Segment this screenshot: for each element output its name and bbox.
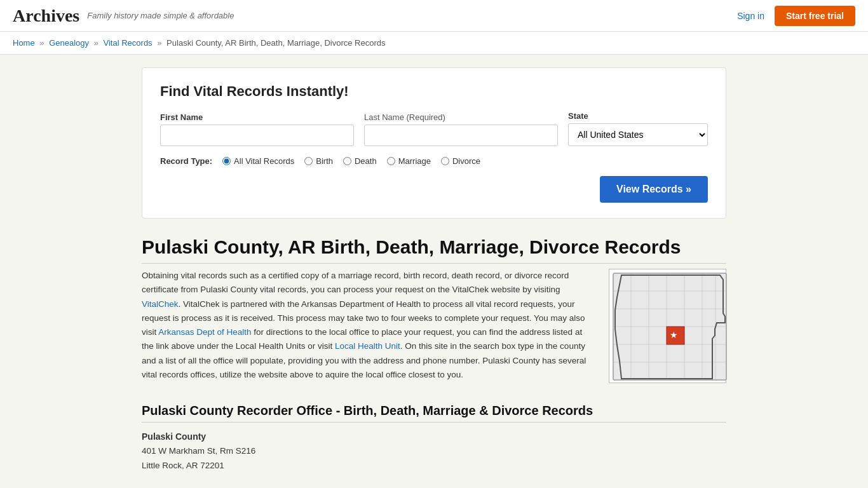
last-name-input[interactable] [364,125,558,146]
first-name-group: First Name [160,112,354,146]
county-name: Pulaski County [142,431,726,442]
county-entry: Pulaski County 401 W Markham St, Rm S216… [142,431,726,473]
search-title: Find Vital Records Instantly! [160,83,708,100]
address-line1: 401 W Markham St, Rm S216 [142,446,255,456]
start-trial-button[interactable]: Start free trial [775,6,855,26]
fields-row: First Name Last Name (Required) State Al… [160,111,708,146]
page-title: Pulaski County, AR Birth, Death, Marriag… [142,236,726,264]
first-name-label: First Name [160,112,354,122]
state-group: State All United States [568,111,708,146]
content-paragraph: Obtaining vital records such as a certif… [142,269,593,382]
breadcrumb-vital-records[interactable]: Vital Records [104,38,153,48]
brand-tagline: Family history made simple & affordable [87,11,234,20]
radio-all-vital[interactable]: All Vital Records [222,156,294,166]
county-address: 401 W Markham St, Rm S216 Little Rock, A… [142,444,726,473]
radio-birth[interactable]: Birth [304,156,333,166]
recorder-title: Pulaski County Recorder Office - Birth, … [142,403,726,423]
header-right: Sign in Start free trial [737,6,855,26]
record-type-label: Record Type: [160,156,212,166]
record-type-row: Record Type: All Vital Records Birth Dea… [160,156,708,166]
main-content: Find Vital Records Instantly! First Name… [129,67,739,473]
svg-text:★: ★ [670,330,678,340]
view-records-button[interactable]: View Records » [600,176,708,203]
arkansas-map: ★ [609,269,726,383]
content-text: Obtaining vital records such as a certif… [142,269,593,383]
map-svg: ★ [612,272,729,383]
sign-in-link[interactable]: Sign in [737,11,764,21]
breadcrumb-home[interactable]: Home [13,38,35,48]
breadcrumb: Home » Genealogy » Vital Records » Pulas… [0,32,868,55]
last-name-label: Last Name (Required) [364,112,558,122]
last-name-group: Last Name (Required) [364,112,558,146]
breadcrumb-sep-1: » [39,38,44,48]
breadcrumb-sep-3: » [157,38,161,48]
breadcrumb-sep-2: » [94,38,98,48]
radio-death[interactable]: Death [343,156,377,166]
map-container: ★ [609,269,726,383]
breadcrumb-current: Pulaski County, AR Birth, Death, Marriag… [166,38,385,48]
site-header: Archives Family history made simple & af… [0,0,868,32]
search-box: Find Vital Records Instantly! First Name… [142,67,726,219]
vitalchek-link[interactable]: VitalChek [142,299,179,309]
radio-divorce[interactable]: Divorce [441,156,480,166]
state-label: State [568,111,708,121]
address-line2: Little Rock, AR 72201 [142,461,224,470]
header-left: Archives Family history made simple & af… [13,6,234,26]
view-records-row: View Records » [160,176,708,203]
local-health-link[interactable]: Local Health Unit [335,341,400,351]
content-section: Obtaining vital records such as a certif… [142,269,726,383]
radio-marriage[interactable]: Marriage [387,156,431,166]
first-name-input[interactable] [160,125,354,146]
brand-logo: Archives [13,6,79,26]
state-select[interactable]: All United States [568,123,708,146]
ar-health-link[interactable]: Arkansas Dept of Health [158,327,251,337]
recorder-section: Pulaski County Recorder Office - Birth, … [142,403,726,473]
breadcrumb-genealogy[interactable]: Genealogy [49,38,89,48]
